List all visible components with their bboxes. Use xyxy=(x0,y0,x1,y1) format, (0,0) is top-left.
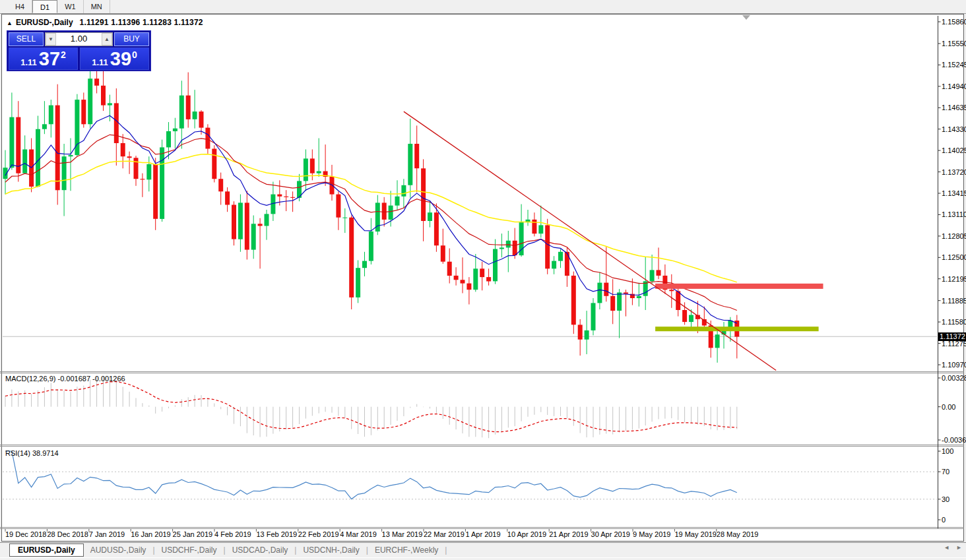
one-click-toggle-icon[interactable]: ▲ xyxy=(7,20,13,26)
sell-price-display[interactable]: 1.11 37 2 xyxy=(9,47,78,70)
support-band xyxy=(655,327,819,331)
timeframe-tab-w1[interactable]: W1 xyxy=(57,0,84,13)
sell-price-big: 37 xyxy=(39,50,60,67)
tab-scroll-left-icon[interactable]: ◄ xyxy=(944,544,950,551)
terminal-window: H4D1W1MN ▲EURUSD-,Daily1.11291 1.11396 1… xyxy=(0,0,966,560)
buy-button[interactable]: BUY xyxy=(114,32,149,46)
rsi-label: RSI(14) 38.9714 xyxy=(5,449,59,457)
tab-scroll-right-icon[interactable]: ► xyxy=(956,544,962,551)
chart-symbol-header: ▲EURUSD-,Daily1.11291 1.11396 1.11283 1.… xyxy=(7,18,203,27)
resistance-band xyxy=(655,284,823,289)
volume-input[interactable]: 1.00 xyxy=(56,33,102,46)
timeframe-tab-h4[interactable]: H4 xyxy=(8,0,32,13)
current-price-value: 1.11372 xyxy=(940,332,965,340)
candles-layer xyxy=(3,67,740,363)
buy-price-display[interactable]: 1.11 39 0 xyxy=(80,47,149,70)
volume-decrease-icon[interactable]: ▼ xyxy=(46,33,56,46)
symbol-tab[interactable]: USDCAD-,Daily xyxy=(226,544,295,556)
status-strip xyxy=(0,557,966,560)
symbol-tabbar: EURUSD-,DailyAUDUSD-,Daily|USDCHF-,Daily… xyxy=(0,542,966,557)
timeframe-tabbar: H4D1W1MN xyxy=(0,0,966,14)
tab-scroll-controls: ◄ ► xyxy=(944,544,962,551)
buy-price-sup: 0 xyxy=(132,49,137,60)
one-click-trade-panel: SELL ▼ 1.00 ▲ BUY 1.11 37 2 1.11 39 0 xyxy=(7,30,151,71)
chart-canvas[interactable] xyxy=(0,0,966,560)
sell-price-prefix: 1.11 xyxy=(20,57,37,67)
buy-price-prefix: 1.11 xyxy=(92,57,108,67)
symbol-title: EURUSD-,Daily xyxy=(16,18,73,27)
macd-label: MACD(12,26,9) -0.001687 -0.001266 xyxy=(5,375,125,383)
current-price-tag: 1.11372 xyxy=(938,332,966,341)
sell-button[interactable]: SELL xyxy=(9,32,44,46)
sell-price-sup: 2 xyxy=(61,49,66,60)
symbol-tab[interactable]: EURCHF-,Weekly xyxy=(368,544,445,556)
pane-collapse-marker-icon[interactable] xyxy=(742,15,750,20)
timeframe-tab-d1[interactable]: D1 xyxy=(32,0,57,13)
volume-stepper: ▼ 1.00 ▲ xyxy=(45,32,113,46)
symbol-tab[interactable]: USDCHF-,Daily xyxy=(155,544,224,556)
ohlc-values: 1.11291 1.11396 1.11283 1.11372 xyxy=(80,18,203,27)
symbol-tab[interactable]: AUDUSD-,Daily xyxy=(84,544,153,556)
timeframe-tab-mn[interactable]: MN xyxy=(84,0,110,13)
tab-separator: | xyxy=(445,545,447,555)
symbol-tab[interactable]: EURUSD-,Daily xyxy=(9,544,84,557)
macd-histogram xyxy=(5,377,737,439)
volume-increase-icon[interactable]: ▲ xyxy=(102,33,112,46)
buy-price-big: 39 xyxy=(110,50,131,67)
symbol-tab[interactable]: USDCNH-,Daily xyxy=(296,544,366,556)
